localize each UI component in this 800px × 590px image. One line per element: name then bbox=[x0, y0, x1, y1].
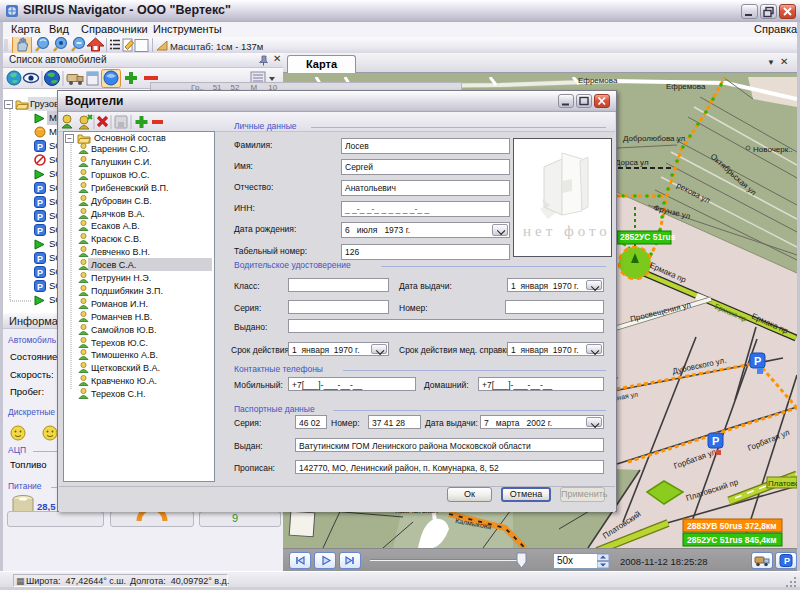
svg-text:P: P bbox=[37, 282, 43, 292]
svg-text:Дорса ул: Дорса ул bbox=[615, 158, 649, 167]
svg-text:P: P bbox=[37, 226, 43, 236]
svg-text:Ефремова: Ефремова bbox=[666, 82, 706, 91]
svg-text:P: P bbox=[37, 184, 43, 194]
svg-text:Новочерк..: Новочерк.. bbox=[753, 145, 793, 154]
svg-text:P: P bbox=[37, 198, 43, 208]
svg-text:P: P bbox=[754, 355, 761, 367]
svg-text:2883УВ 50rus 372,8км: 2883УВ 50rus 372,8км bbox=[687, 521, 777, 531]
svg-text:2852УС 51rus: 2852УС 51rus bbox=[620, 232, 676, 242]
svg-text:Платовская: Платовская bbox=[768, 479, 797, 488]
svg-text:P: P bbox=[37, 142, 43, 152]
svg-text:P: P bbox=[37, 254, 43, 264]
svg-text:P: P bbox=[37, 212, 43, 222]
svg-text:P: P bbox=[37, 268, 43, 278]
svg-text:Добролюбова ул: Добролюбова ул bbox=[623, 134, 686, 143]
svg-text:P: P bbox=[712, 435, 719, 447]
svg-text:P: P bbox=[784, 556, 790, 566]
svg-text:Ефремова: Ефремова bbox=[578, 77, 618, 85]
svg-text:2852УС 51rus 845,4км: 2852УС 51rus 845,4км bbox=[687, 535, 777, 545]
